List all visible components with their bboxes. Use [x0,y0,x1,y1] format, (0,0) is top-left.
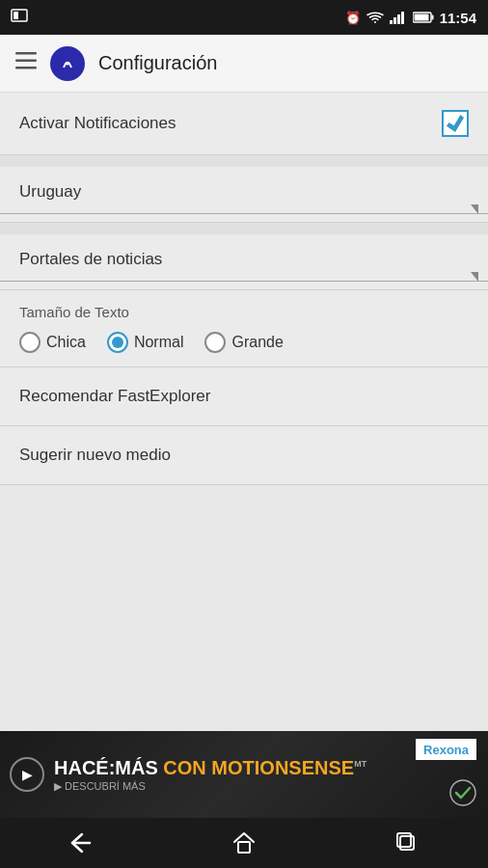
svg-rect-1 [14,12,18,19]
bottom-navigation [0,818,488,868]
ad-check-icon [449,779,476,810]
portals-dropdown[interactable]: Portales de noticias [0,234,488,290]
home-button[interactable] [215,818,273,868]
status-bar-left-icons [10,6,29,29]
hamburger-icon[interactable] [15,52,37,74]
svg-point-13 [67,62,69,65]
ad-headline-highlight: CON MOTIONSENSE [158,757,354,778]
notifications-row[interactable]: Activar Notificaciones [0,93,488,155]
country-underline [0,213,488,214]
alarm-icon: ⏰ [345,11,361,25]
svg-rect-15 [238,842,250,853]
portals-value: Portales de noticias [19,250,469,277]
radio-chica-label: Chica [46,334,86,351]
text-size-radio-group: Chica Normal Grande [19,332,469,353]
svg-point-14 [450,780,475,805]
svg-rect-7 [431,15,433,20]
ad-content: ▶ HACÉ:MÁS CON MOTIONSENSEMT ▶ DESCUBRÍ … [0,731,488,818]
radio-grande[interactable]: Grande [204,332,283,353]
ad-headline: HACÉ:MÁS CON MOTIONSENSEMT [54,757,478,778]
app-title: Configuración [98,52,217,74]
svg-rect-10 [15,60,37,63]
portals-dropdown-arrow [471,272,478,282]
svg-rect-9 [15,52,37,55]
radio-chica-button[interactable] [19,332,41,353]
ad-banner[interactable]: ▶ HACÉ:MÁS CON MOTIONSENSEMT ▶ DESCUBRÍ … [0,731,488,818]
status-icons: ⏰ 11:54 [345,10,476,26]
radio-normal-button[interactable] [107,332,128,353]
battery-icon [413,12,434,23]
status-bar: ⏰ 11:54 [0,0,488,35]
ad-subline: ▶ DESCUBRÍ MÁS [54,780,478,793]
notifications-label: Activar Notificaciones [19,114,176,133]
back-button[interactable] [52,818,110,868]
text-size-section: Tamaño de Texto Chica Normal Grande [0,290,488,367]
svg-rect-5 [401,12,404,24]
radio-chica[interactable]: Chica [19,332,86,353]
status-time: 11:54 [440,10,476,26]
radio-normal-inner [112,337,123,348]
spacer-2 [0,223,488,234]
recommend-label: Recomendar FastExplorer [19,387,210,405]
ad-brand-name: Rexona [423,743,469,757]
country-dropdown[interactable]: Uruguay [0,167,488,223]
svg-rect-4 [397,14,400,24]
wifi-icon [366,11,384,24]
radio-grande-button[interactable] [204,332,226,353]
radio-normal-label: Normal [134,334,184,351]
ad-brand-logo: Rexona [416,739,476,760]
settings-content: Activar Notificaciones Uruguay Portales … [0,93,488,485]
app-bar: Configuración [0,35,488,93]
svg-rect-2 [390,20,393,24]
text-size-title: Tamaño de Texto [19,304,469,320]
ad-text-block: HACÉ:MÁS CON MOTIONSENSEMT ▶ DESCUBRÍ MÁ… [54,757,478,793]
suggest-row[interactable]: Sugerir nuevo medio [0,426,488,485]
notifications-checkbox[interactable] [442,110,469,137]
app-logo [50,46,85,81]
recommend-row[interactable]: Recomendar FastExplorer [0,367,488,426]
ad-headline-main: HACÉ:MÁS [54,757,158,778]
suggest-label: Sugerir nuevo medio [19,446,171,464]
radio-normal[interactable]: Normal [107,332,184,353]
ad-play-button[interactable]: ▶ [10,757,44,792]
portals-underline [0,281,488,282]
country-value: Uruguay [19,182,469,209]
svg-rect-11 [15,67,37,69]
country-dropdown-arrow [471,204,478,214]
svg-rect-8 [414,14,428,21]
spacer-1 [0,155,488,167]
radio-grande-label: Grande [231,334,283,351]
signal-icon [390,11,407,24]
svg-rect-3 [393,17,396,24]
recents-button[interactable] [378,818,436,868]
